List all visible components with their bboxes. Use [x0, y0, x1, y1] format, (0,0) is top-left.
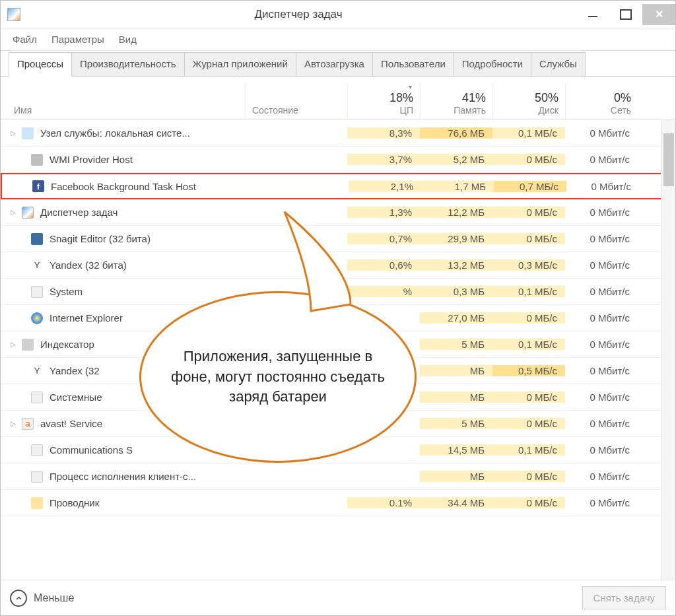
- process-row[interactable]: Индексатор5 МБ0,1 МБ/с0 Мбит/с: [1, 331, 675, 358]
- process-name-cell: YYandex (32: [1, 365, 245, 377]
- process-name: Диспетчер задач: [40, 207, 118, 218]
- menu-view[interactable]: Вид: [112, 31, 143, 48]
- net-cell: 0 Мбит/с: [565, 259, 638, 271]
- expand-icon: [9, 498, 18, 508]
- process-row[interactable]: WMI Provider Host3,7%5,2 МБ0 МБ/с0 Мбит/…: [1, 147, 675, 173]
- cpu-cell: 8,3%: [347, 127, 420, 139]
- scrollbar-thumb[interactable]: [663, 133, 674, 186]
- process-row[interactable]: СистемныеМБ0 МБ/с0 Мбит/с: [1, 384, 675, 411]
- net-cell: 0 Мбит/с: [565, 497, 638, 508]
- fewer-details-button[interactable]: Меньше: [10, 590, 74, 607]
- expand-icon[interactable]: [9, 208, 18, 217]
- process-name: Yandex (32 бита): [50, 259, 127, 271]
- col-disk[interactable]: 50% Диск: [492, 83, 565, 120]
- disk-cell: 0 МБ/с: [492, 207, 565, 218]
- av-icon: a: [22, 418, 34, 430]
- mem-cell: МБ: [420, 471, 492, 482]
- disk-cell: 0,3 МБ/с: [492, 259, 565, 271]
- tab-services[interactable]: Службы: [531, 52, 586, 77]
- menu-options[interactable]: Параметры: [45, 31, 111, 48]
- process-row[interactable]: aavast! Service5 МБ0 МБ/с0 Мбит/с: [1, 411, 675, 437]
- col-memory[interactable]: 41% Память: [420, 83, 492, 120]
- menu-file[interactable]: Файл: [6, 31, 44, 48]
- sys-icon: [31, 471, 43, 483]
- tab-performance[interactable]: Производительность: [71, 52, 185, 77]
- wmi-icon: [31, 154, 43, 166]
- process-row[interactable]: YYandex (32 бита)0,6%13,2 МБ0,3 МБ/с0 Мб…: [1, 252, 675, 279]
- net-cell: 0 Мбит/с: [566, 181, 639, 192]
- expand-icon: [9, 472, 18, 481]
- process-name-cell: Internet Explorer: [1, 312, 245, 324]
- fewer-label: Меньше: [34, 592, 74, 604]
- expand-icon: [10, 182, 19, 191]
- cpu-cell: 0,6%: [347, 259, 420, 271]
- process-name-cell: Snagit Editor (32 бита): [1, 233, 245, 245]
- process-row[interactable]: Процесс исполнения клиент-с...МБ0 МБ/с0 …: [1, 463, 675, 490]
- close-button[interactable]: [642, 4, 675, 25]
- table-header: Имя Состояние 18% ЦП 41% Память 50% Диск…: [1, 83, 675, 120]
- cpu-cell: 0.1%: [347, 497, 420, 508]
- tab-startup[interactable]: Автозагрузка: [296, 52, 373, 77]
- expand-icon[interactable]: [9, 419, 18, 428]
- process-row[interactable]: Snagit Editor (32 бита)0,7%29,9 МБ0 МБ/с…: [1, 226, 675, 252]
- process-row[interactable]: Узел службы: локальная систе...8,3%76,6 …: [1, 120, 675, 147]
- process-row[interactable]: Диспетчер задач1,3%12,2 МБ0 МБ/с0 Мбит/с: [1, 199, 675, 226]
- process-name: avast! Service: [40, 418, 102, 429]
- expand-icon: [9, 393, 18, 402]
- net-cell: 0 Мбит/с: [565, 471, 638, 482]
- ie-icon: [31, 312, 43, 324]
- process-name: System: [50, 286, 83, 297]
- scrollbar[interactable]: [661, 120, 675, 580]
- yx-icon: Y: [31, 259, 43, 271]
- disk-cell: 0,1 МБ/с: [492, 127, 565, 139]
- tabs: Процессы Производительность Журнал прило…: [1, 51, 675, 77]
- net-cell: 0 Мбит/с: [565, 365, 638, 376]
- process-row[interactable]: Проводник0.1%34.4 МБ0 МБ/с0 Мбит/с: [1, 490, 675, 516]
- tab-app-history[interactable]: Журнал приложений: [184, 52, 296, 77]
- process-row[interactable]: Communications S14,5 МБ0,1 МБ/с0 Мбит/с: [1, 437, 675, 463]
- net-cell: 0 Мбит/с: [565, 127, 638, 139]
- expand-icon[interactable]: [9, 340, 18, 349]
- tm-icon: [22, 207, 34, 219]
- expand-icon: [9, 446, 18, 455]
- process-row[interactable]: fFacebook Background Task Host2,1%1,7 МБ…: [1, 173, 675, 199]
- process-row[interactable]: Internet Explorer27,0 МБ0 МБ/с0 Мбит/с: [1, 305, 675, 331]
- minimize-button[interactable]: [576, 4, 609, 25]
- task-manager-window: Диспетчер задач Файл Параметры Вид Проце…: [0, 0, 676, 616]
- titlebar: Диспетчер задач: [1, 1, 675, 28]
- process-name: WMI Provider Host: [50, 154, 133, 165]
- disk-cell: 0 МБ/с: [492, 312, 565, 324]
- disk-cell: 0 МБ/с: [492, 418, 565, 429]
- end-task-button[interactable]: Снять задачу: [582, 586, 666, 609]
- net-cell: 0 Мбит/с: [565, 312, 638, 324]
- col-name[interactable]: Имя: [1, 83, 245, 120]
- mem-cell: 14,5 МБ: [420, 444, 492, 456]
- cpu-cell: 1,3%: [347, 207, 420, 218]
- col-state[interactable]: Состояние: [245, 83, 347, 120]
- idx-icon: [22, 339, 34, 351]
- process-row[interactable]: System%0,3 МБ0,1 МБ/с0 Мбит/с: [1, 279, 675, 305]
- mem-cell: 76,6 МБ: [420, 127, 492, 139]
- process-name: Communications S: [50, 444, 133, 456]
- process-row[interactable]: YYandex (32МБ0,5 МБ/с0 Мбит/с: [1, 358, 675, 384]
- process-table: Узел службы: локальная систе...8,3%76,6 …: [1, 120, 675, 580]
- process-name: Узел службы: локальная систе...: [40, 127, 190, 139]
- expand-icon[interactable]: [9, 129, 18, 138]
- maximize-button[interactable]: [609, 4, 642, 25]
- net-cell: 0 Мбит/с: [565, 233, 638, 244]
- disk-cell: 0,1 МБ/с: [492, 286, 565, 297]
- expand-icon: [9, 366, 18, 376]
- tab-users[interactable]: Пользователи: [372, 52, 454, 77]
- disk-cell: 0 МБ/с: [492, 392, 565, 403]
- sys-icon: [31, 286, 43, 298]
- tab-details[interactable]: Подробности: [454, 52, 531, 77]
- disk-cell: 0 МБ/с: [492, 471, 565, 482]
- col-network[interactable]: 0% Сеть: [565, 83, 638, 120]
- process-name-cell: Communications S: [1, 444, 245, 456]
- col-cpu[interactable]: 18% ЦП: [347, 83, 420, 120]
- process-name-cell: System: [1, 286, 245, 298]
- cpu-cell: 0,7%: [347, 233, 420, 244]
- tab-processes[interactable]: Процессы: [9, 52, 72, 77]
- footer: Меньше Снять задачу: [1, 580, 675, 615]
- expand-icon: [9, 287, 18, 296]
